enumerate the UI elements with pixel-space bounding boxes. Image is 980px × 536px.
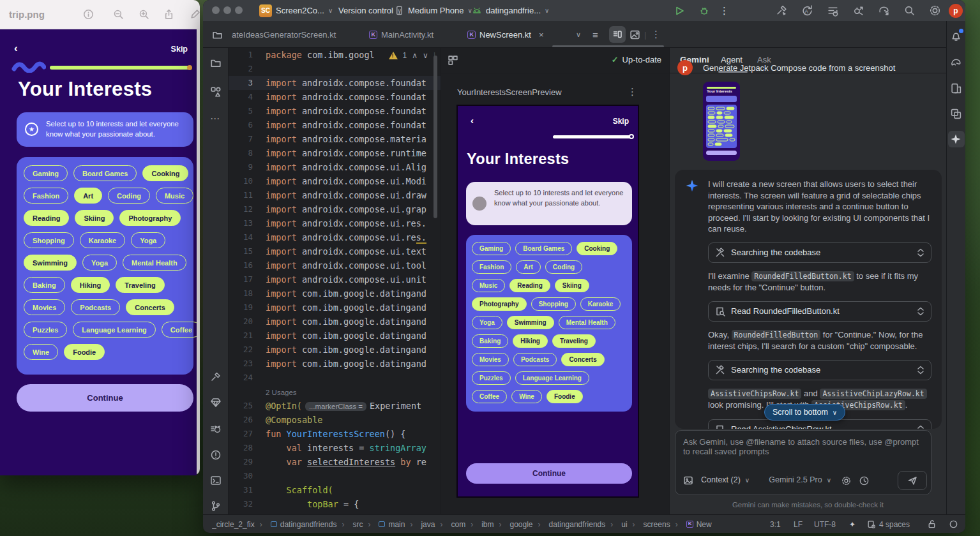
tab-mainactivity[interactable]: MainActivity.kt [369, 21, 433, 48]
project-tool-icon[interactable] [212, 21, 223, 48]
project-selector[interactable]: SC Screen2Co...∨ [259, 0, 333, 21]
project-icon[interactable] [210, 57, 222, 69]
breadcrumb-item[interactable]: ibm [465, 520, 494, 529]
interest-chip: Karaoke [580, 297, 621, 311]
zoom-out-icon[interactable] [113, 9, 124, 20]
code-line: 31 Scaffold( [229, 483, 441, 497]
terminal-icon[interactable] [210, 475, 222, 486]
gemini-prompt-input[interactable] [675, 431, 931, 465]
gemini-sparkle-icon [685, 179, 699, 193]
build-run-icon[interactable] [776, 0, 788, 21]
rename-refactor-icon[interactable]: A [801, 0, 813, 21]
profiler-icon[interactable] [852, 0, 864, 21]
app-insights-icon[interactable] [210, 397, 222, 408]
screenshot-thumbnail[interactable]: Your Interests [703, 82, 740, 161]
preview-name[interactable]: YourInterestsScreenPreview [457, 87, 562, 97]
split-editor-icon[interactable] [609, 21, 626, 48]
breadcrumb-item[interactable]: com [435, 520, 465, 529]
run-configuration-selector[interactable]: datingandfrie...∨ [472, 0, 549, 21]
breadcrumb-item[interactable]: New [670, 520, 712, 529]
list-view-icon[interactable]: ≡ [592, 21, 598, 48]
interest-chip: Mental Health [559, 316, 615, 329]
problems-icon[interactable] [210, 449, 222, 461]
breadcrumb-item[interactable]: java [405, 520, 435, 529]
interest-chip: Cooking [577, 242, 617, 255]
gradle-icon[interactable] [950, 57, 962, 69]
design-view-icon[interactable] [629, 21, 640, 48]
tool-call-searching-codebase[interactable]: Searching the codebase [708, 242, 931, 263]
ai-assistant-icon[interactable]: ✦ [849, 515, 856, 533]
editor-scrollbar[interactable] [433, 56, 437, 218]
unlock-icon[interactable] [927, 515, 937, 533]
file-encoding[interactable]: UTF-8 [814, 515, 836, 533]
breadcrumb-item[interactable]: _circle_2_fix [212, 520, 255, 529]
breadcrumb-item[interactable]: main [363, 520, 405, 529]
share-icon[interactable] [163, 9, 174, 20]
tab-newscreen[interactable]: NewScreen.kt × [467, 21, 544, 48]
next-problem-icon[interactable]: ∨ [423, 51, 428, 60]
tool-call-searching-codebase[interactable]: Searching the codebase [708, 360, 931, 380]
code-line: 28 val interests = stringArray [229, 441, 441, 455]
prev-problem-icon[interactable]: ∧ [412, 51, 418, 60]
breadcrumb-item[interactable]: google [494, 520, 532, 529]
run-icon[interactable] [674, 0, 685, 21]
breadcrumb-item[interactable]: datingandfriends [255, 520, 337, 529]
kebab-icon[interactable]: ⋮ [651, 21, 661, 48]
send-button[interactable] [898, 471, 927, 490]
tool-call-read-file[interactable]: Read RoundedFilledButton.kt [708, 301, 931, 322]
more-actions-icon[interactable]: ⋮ [720, 0, 729, 21]
assistant-response: I will create a new screen that allows u… [675, 170, 942, 429]
line-separator[interactable]: LF [794, 515, 803, 533]
notification-dot [959, 29, 963, 33]
resource-manager-icon[interactable] [210, 86, 222, 98]
gemini-icon[interactable] [950, 133, 961, 145]
logcat-icon[interactable] [210, 424, 222, 435]
indent-config[interactable]: 4 spaces [867, 515, 910, 533]
caret-position[interactable]: 3:1 [770, 515, 781, 533]
context-selector[interactable]: Context (2)∨ [701, 475, 750, 484]
code-line: 3 import androidx.compose.foundat [229, 76, 441, 90]
markup-pencil-icon[interactable] [190, 9, 200, 20]
code-editor[interactable]: 1 package com.ibm.googl 2 3 import andro… [229, 48, 441, 514]
info-icon[interactable] [83, 9, 94, 20]
breadcrumb-item[interactable]: datingandfriends [533, 520, 606, 529]
attach-image-icon[interactable] [683, 475, 693, 486]
device-selector[interactable]: Medium Phone∨ [395, 0, 472, 21]
minimize-window-button[interactable] [223, 6, 231, 14]
tab-list-chevron-icon[interactable]: ∨ [576, 21, 581, 48]
line-number: 28 [229, 441, 266, 455]
settings-icon[interactable] [929, 0, 941, 21]
debug-icon[interactable] [698, 0, 710, 21]
vcs-widget[interactable]: Version control∨ [338, 0, 402, 21]
inspection-widget[interactable]: 1 ∧ ∨ | [389, 50, 435, 61]
preview-grid-layout-icon[interactable] [448, 55, 458, 66]
tab-dateideasgeneratorscreen[interactable]: ateIdeasGeneratorScreen.kt [232, 21, 336, 48]
model-selector[interactable]: Gemini 2.5 Pro∨ [769, 475, 831, 484]
close-window-button[interactable] [212, 6, 220, 14]
gradle-sync-icon[interactable] [878, 0, 890, 21]
scroll-to-bottom-button[interactable]: Scroll to bottom ∨ [764, 404, 845, 421]
zoom-in-icon[interactable] [139, 9, 149, 20]
close-tab-icon[interactable]: × [539, 30, 544, 40]
version-control-branch-icon[interactable] [210, 500, 222, 512]
build-icon[interactable] [210, 371, 222, 383]
running-devices-icon[interactable] [950, 82, 962, 94]
run-with-coverage-icon[interactable] [827, 0, 839, 21]
preview-kebab-icon[interactable]: ⋮ [628, 86, 637, 98]
history-icon[interactable] [859, 475, 870, 486]
tab-scrollbar[interactable] [552, 45, 664, 47]
device-manager-icon[interactable] [950, 108, 962, 120]
breadcrumb-item[interactable]: src [336, 520, 363, 529]
search-everywhere-icon[interactable] [903, 0, 916, 21]
maximize-window-button[interactable] [235, 6, 243, 14]
interest-chip: Board Games [73, 165, 137, 181]
user-avatar[interactable]: p [949, 0, 963, 21]
more-tools-icon[interactable]: ⋯ [210, 113, 220, 124]
notifications-icon[interactable] [950, 30, 962, 42]
check-icon: ✓ [612, 55, 619, 64]
gemini-settings-icon[interactable] [841, 475, 852, 486]
breadcrumb-item[interactable]: ui [605, 520, 627, 529]
breadcrumb-item[interactable]: screens [628, 520, 670, 529]
code-line: 25 @OptIn(...markerClass =Experiment [229, 399, 441, 413]
interest-chip: Concerts [126, 299, 174, 315]
